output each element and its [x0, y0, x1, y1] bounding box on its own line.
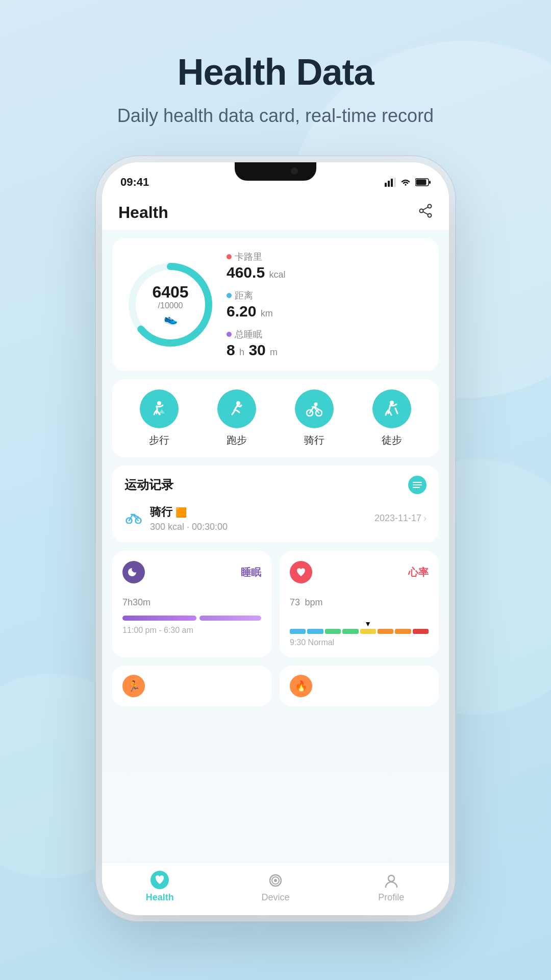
- status-bar: 09:41: [102, 162, 449, 193]
- record-emoji: 🟧: [176, 507, 187, 518]
- record-header: 运动记录: [124, 476, 427, 494]
- svg-line-12: [423, 212, 428, 214]
- ring-steps: 6405: [152, 284, 188, 300]
- bottom-nav: Health Device Profile: [102, 862, 449, 915]
- svg-point-16: [236, 401, 240, 405]
- cycling-icon: [295, 389, 334, 428]
- heart-label: 心率: [408, 566, 429, 579]
- calories-value: 460.5 kcal: [227, 264, 427, 281]
- sleep-card-header: 睡眠: [122, 561, 261, 583]
- distance-value: 6.20 km: [227, 303, 427, 320]
- page-subtitle: Daily health data card, real-time record: [117, 105, 434, 127]
- activity-running[interactable]: 跑步: [217, 389, 256, 447]
- ring-wrap: 6405 /10000 👟: [124, 259, 216, 351]
- chevron-right-icon: ›: [423, 513, 427, 524]
- status-icons: [385, 178, 431, 187]
- page-title: Health Data: [177, 51, 373, 93]
- heart-card-header: 心率: [290, 561, 429, 583]
- partial-icon-2: 🔥: [290, 675, 312, 697]
- record-left: 骑行 🟧 300 kcal · 00:30:00: [124, 504, 228, 532]
- activity-cycling[interactable]: 骑行: [295, 389, 334, 447]
- hiking-label: 徒步: [382, 433, 402, 447]
- profile-nav-label: Profile: [378, 892, 404, 903]
- svg-rect-7: [429, 181, 431, 184]
- exercise-record-card: 运动记录: [112, 465, 439, 543]
- nav-health[interactable]: Health: [102, 871, 218, 903]
- svg-rect-6: [416, 180, 427, 185]
- nav-profile[interactable]: Profile: [333, 873, 449, 903]
- battery-icon: [415, 178, 431, 186]
- notch: [235, 162, 316, 181]
- record-cycle-icon: [124, 509, 143, 528]
- activity-walking[interactable]: 步行: [140, 389, 179, 447]
- ring-goal: /10000: [152, 301, 188, 310]
- nav-device[interactable]: Device: [218, 873, 334, 903]
- camera-dot: [291, 167, 298, 175]
- svg-line-11: [423, 207, 428, 210]
- sleep-label: 总睡眠: [235, 328, 262, 340]
- svg-point-20: [390, 401, 394, 405]
- sleep-icon: [122, 561, 145, 583]
- distance-stat: 距离 6.20 km: [227, 289, 427, 320]
- svg-point-10: [428, 214, 432, 217]
- distance-dot: [227, 293, 232, 298]
- hiking-icon: [372, 389, 411, 428]
- heart-icon: [290, 561, 312, 583]
- heart-rate-card[interactable]: 心率 73 bpm ▼: [280, 551, 439, 657]
- total-sleep-stat: 总睡眠 8 h 30 m: [227, 328, 427, 359]
- svg-point-4: [405, 184, 407, 186]
- running-label: 跑步: [227, 433, 247, 447]
- sleep-bars: [122, 616, 261, 621]
- sleep-label: 睡眠: [241, 566, 261, 579]
- partial-card-1: 🏃: [112, 666, 271, 706]
- record-row: 骑行 🟧 300 kcal · 00:30:00 2023-11-17 ›: [124, 504, 427, 532]
- partial-icon-1: 🏃: [122, 675, 145, 697]
- running-icon: [217, 389, 256, 428]
- signal-icon: [385, 178, 396, 187]
- share-icon[interactable]: [418, 204, 433, 222]
- partial-card-2: 🔥: [280, 666, 439, 706]
- svg-point-15: [157, 401, 161, 405]
- stats-col: 卡路里 460.5 kcal 距离 6.20 km 总睡眠: [227, 251, 427, 359]
- app-header: Health: [102, 193, 449, 230]
- svg-point-31: [388, 875, 394, 881]
- record-date: 2023-11-17 ›: [374, 513, 427, 524]
- svg-point-30: [274, 879, 277, 882]
- footprint-icon: 👟: [152, 312, 188, 326]
- health-nav-label: Health: [146, 892, 174, 903]
- walking-icon: [140, 389, 179, 428]
- device-nav-label: Device: [261, 892, 289, 903]
- calories-stat: 卡路里 460.5 kcal: [227, 251, 427, 281]
- phone-mockup: 09:41: [102, 162, 449, 915]
- heart-chart: ▼: [290, 616, 429, 634]
- mini-cards-row: 睡眠 7h30m 11:00 pm - 6:30 am: [112, 551, 439, 657]
- activity-hiking[interactable]: 徒步: [372, 389, 411, 447]
- svg-point-8: [428, 205, 432, 208]
- record-title: 运动记录: [124, 477, 173, 493]
- profile-nav-icon: [384, 873, 399, 889]
- ring-center: 6405 /10000 👟: [152, 284, 188, 326]
- sleep-card[interactable]: 睡眠 7h30m 11:00 pm - 6:30 am: [112, 551, 271, 657]
- record-list-icon[interactable]: [408, 476, 427, 494]
- svg-rect-0: [385, 183, 387, 187]
- sleep-value: 8 h 30 m: [227, 341, 427, 359]
- device-nav-icon: [268, 873, 283, 889]
- sleep-value: 7h30m: [122, 590, 261, 609]
- record-meta: 300 kcal · 00:30:00: [150, 522, 228, 532]
- distance-label: 距离: [235, 289, 253, 302]
- record-info: 骑行 🟧 300 kcal · 00:30:00: [150, 504, 228, 532]
- calories-label: 卡路里: [235, 251, 262, 263]
- heart-value: 73 bpm: [290, 590, 429, 609]
- record-name: 骑行 🟧: [150, 504, 228, 520]
- calories-dot: [227, 254, 232, 259]
- health-nav-icon: [151, 871, 169, 889]
- activity-card: 步行 跑步: [112, 379, 439, 457]
- wifi-icon: [400, 178, 411, 186]
- svg-rect-2: [391, 179, 393, 187]
- heart-status: 9:30 Normal: [290, 638, 429, 647]
- svg-point-17: [314, 403, 318, 406]
- svg-rect-1: [388, 181, 390, 187]
- partial-cards-row: 🏃 🔥: [112, 666, 439, 706]
- sleep-dot: [227, 332, 232, 337]
- app-content: Health 64: [102, 193, 449, 908]
